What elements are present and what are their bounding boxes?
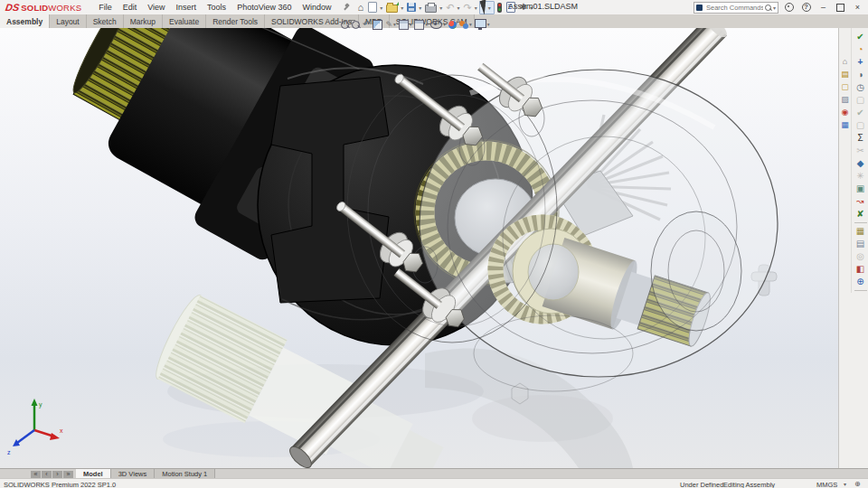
menu-insert[interactable]: Insert [172, 2, 202, 13]
zoom-to-fit-button[interactable] [341, 21, 349, 29]
costing-icon[interactable]: ◆ [857, 157, 864, 170]
toolbar-separator [854, 222, 867, 223]
zoom-area-icon [352, 21, 360, 29]
curve-icon[interactable]: ↝ [856, 195, 863, 208]
performance-evaluation-icon[interactable]: ◷ [856, 81, 864, 94]
display-style-button[interactable]: ▾ [414, 20, 428, 30]
view-cube-icon [399, 20, 409, 30]
previous-view-button[interactable]: ↶ [363, 20, 370, 29]
section-view-icon[interactable]: ▤ [856, 238, 864, 250]
scroll-last-button[interactable]: » [63, 471, 73, 478]
print-caret[interactable]: ▾ [439, 5, 442, 11]
home-icon: ⌂ [358, 3, 364, 12]
menu-photoview[interactable]: PhotoView 360 [232, 2, 296, 13]
search-caret-icon[interactable]: ▾ [773, 5, 776, 11]
custom-properties-tab[interactable]: ▦ [841, 120, 849, 129]
apply-scene-button[interactable]: ▾ [459, 21, 472, 29]
image-quality-icon[interactable]: ▦ [856, 225, 864, 238]
search-commands-box[interactable]: ▾ [693, 2, 778, 14]
export-icon[interactable]: ✘ [856, 208, 863, 221]
logo-works-text: WORKS [48, 3, 81, 13]
mass-properties-icon[interactable]: ◑ [857, 69, 863, 81]
new-caret[interactable]: ▾ [380, 5, 382, 11]
select-tool-button[interactable]: ▾ [479, 1, 495, 14]
close-button[interactable]: × [849, 1, 866, 14]
undo-button[interactable]: ↶ [444, 1, 456, 14]
print-icon [425, 5, 437, 13]
tab-markup[interactable]: Markup [124, 14, 163, 28]
curvature-icon[interactable]: ▢ [856, 94, 864, 107]
open-button[interactable] [384, 1, 400, 14]
edit-appearance-button[interactable] [448, 21, 457, 29]
status-bar: SOLIDWORKS Premium 2022 SP1.0 Under Defi… [0, 478, 868, 488]
dynamic-annotation-button[interactable]: ✎▾ [385, 21, 395, 29]
menu-view[interactable]: View [143, 2, 169, 13]
open-caret[interactable]: ▾ [401, 5, 403, 11]
menu-edit[interactable]: Edit [118, 2, 142, 13]
view-settings-button[interactable]: ▾ [475, 19, 490, 30]
sustainability-icon[interactable]: ✳ [856, 170, 863, 183]
zoom-to-area-button[interactable] [352, 21, 360, 29]
search-input[interactable] [704, 3, 765, 13]
deviation-icon[interactable]: ▢ [856, 119, 864, 132]
heads-up-view-toolbar: ↶ ✎▾ ▾ ▾ ▾ ▾ ▾ [341, 18, 490, 31]
units-selector[interactable]: MMGS [816, 481, 837, 488]
redo-button[interactable]: ↷ [461, 1, 473, 14]
pin-menu-icon[interactable] [342, 3, 351, 12]
triad-x-label: x [60, 427, 63, 434]
title-bar: DS SOLIDWORKS File Edit View Insert Tool… [0, 0, 868, 15]
login-button[interactable] [780, 1, 797, 14]
undo-caret[interactable]: ▾ [457, 5, 459, 11]
restore-button[interactable] [832, 1, 849, 14]
menu-file[interactable]: File [94, 2, 117, 13]
print-button[interactable] [423, 1, 439, 14]
check-active-doc-icon[interactable]: ✔ [856, 107, 863, 119]
design-library-tab[interactable]: ▤ [841, 70, 849, 79]
spell-checker-icon[interactable]: ✔ [856, 31, 863, 43]
resources-tab[interactable]: ⌂ [843, 57, 847, 66]
scroll-next-button[interactable]: › [52, 471, 62, 478]
view-palette-tab[interactable]: ▨ [841, 95, 849, 104]
scroll-prev-button[interactable]: ‹ [42, 471, 52, 478]
trim-icon[interactable]: ✂ [856, 145, 863, 157]
compare-icon[interactable]: ◧ [856, 263, 864, 276]
solidworks-logo: DS SOLIDWORKS [5, 2, 81, 13]
add-icon[interactable]: ⊕ [856, 276, 863, 288]
tab-evaluate[interactable]: Evaluate [163, 14, 206, 28]
tab-assembly[interactable]: Assembly [0, 14, 50, 28]
tab-render-tools[interactable]: Render Tools [206, 14, 265, 28]
search-scope-icon[interactable] [696, 5, 703, 11]
copy-settings-icon[interactable]: ▣ [856, 183, 864, 195]
equations-icon[interactable]: Σ [857, 132, 863, 145]
units-caret-icon[interactable]: ▾ [844, 481, 846, 487]
model-view: y x z [0, 28, 839, 468]
tab-layout[interactable]: Layout [50, 14, 87, 28]
scroll-first-button[interactable]: « [31, 471, 41, 478]
globe-icon[interactable]: ⊕ [854, 480, 861, 488]
version-text: SOLIDWORKS Premium 2022 SP1.0 [4, 481, 116, 488]
tab-sketch[interactable]: Sketch [87, 14, 124, 28]
view-orientation-button[interactable]: ▾ [399, 20, 412, 30]
help-button[interactable]: ? [797, 1, 815, 14]
appearances-tab[interactable]: ◉ [842, 108, 849, 117]
triad-y-label: y [39, 401, 42, 408]
verify-icon[interactable]: ◎ [856, 250, 864, 263]
move-component-icon[interactable]: + [858, 56, 863, 69]
menu-window[interactable]: Window [298, 2, 336, 13]
save-caret[interactable]: ▾ [419, 5, 421, 11]
graphics-area[interactable]: y x z [0, 28, 839, 468]
new-document-button[interactable] [366, 1, 379, 14]
measure-icon[interactable]: ◔ [857, 43, 863, 56]
hide-show-items-button[interactable]: ▾ [430, 21, 446, 29]
search-icon[interactable] [765, 5, 771, 11]
menu-tools[interactable]: Tools [203, 2, 231, 13]
ds-logo-icon: DS [5, 2, 20, 13]
section-view-button[interactable] [373, 20, 382, 30]
save-button[interactable] [405, 1, 418, 14]
minimize-button[interactable]: – [815, 1, 832, 14]
task-pane-tabs: ⌂ ▤ ▢ ▨ ◉ ▦ [839, 57, 851, 129]
home-button[interactable]: ⌂ [356, 1, 366, 14]
redo-caret[interactable]: ▾ [475, 5, 477, 11]
file-explorer-tab[interactable]: ▢ [841, 82, 849, 91]
rebuild-button[interactable] [495, 1, 504, 14]
